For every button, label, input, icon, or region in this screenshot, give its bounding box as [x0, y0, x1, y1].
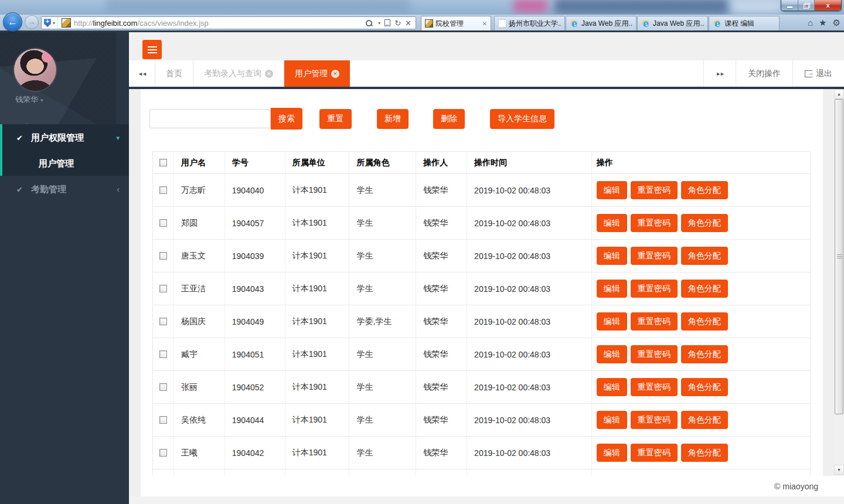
window-minimize-button[interactable] [781, 0, 798, 11]
reset-password-button[interactable]: 重置密码 [631, 378, 678, 396]
operator-cell: 钱荣华 [416, 305, 467, 338]
scroll-tabs-right-button[interactable]: ►► [703, 60, 736, 87]
edit-button[interactable]: 编辑 [597, 444, 627, 462]
search-button[interactable]: 搜索 [271, 108, 302, 130]
column-header: 学号 [225, 152, 285, 173]
edit-button[interactable]: 编辑 [597, 378, 627, 396]
student-id-cell: 1904052 [225, 371, 285, 403]
role-cell: 学生 [349, 404, 416, 436]
role-cell: 学生 [349, 437, 416, 469]
search-input[interactable] [149, 109, 271, 128]
delete-button[interactable]: 删除 [433, 109, 465, 129]
sidebar-item-label: 考勤管理 [31, 184, 117, 195]
reset-password-button[interactable]: 重置密码 [631, 280, 678, 298]
sidebar-item-user-management[interactable]: 用户管理 [2, 151, 129, 176]
scroll-tabs-left-button[interactable]: ◄◄ [129, 60, 155, 87]
scrollbar-thumb[interactable] [835, 99, 843, 414]
stop-icon[interactable]: ✕ [405, 19, 411, 27]
smartscreen-button[interactable]: ▾ [42, 17, 58, 29]
tab-attendance-entry-query[interactable]: 考勤录入与查询 ✕ [193, 60, 284, 87]
row-checkbox[interactable] [159, 350, 167, 358]
menu-toggle-button[interactable] [142, 40, 162, 59]
refresh-icon[interactable]: ↻ [394, 19, 401, 27]
browser-tab-4[interactable]: eJava Web 应用... [637, 16, 708, 30]
reset-password-button[interactable]: 重置密码 [631, 247, 678, 265]
assign-role-button[interactable]: 角色分配 [681, 378, 728, 396]
address-bar[interactable]: ▾ http://lingfeibit.com/cacs/views/index… [41, 16, 416, 29]
reset-password-button[interactable]: 重置密码 [631, 345, 678, 363]
tab-bar-spacer [350, 60, 703, 87]
user-name-cell: 吴依纯 [174, 404, 225, 436]
browser-tab-5[interactable]: e课程 编辑 [709, 16, 780, 30]
logout-label: 退出 [816, 69, 832, 79]
assign-role-button[interactable]: 角色分配 [681, 345, 728, 363]
assign-role-button[interactable]: 角色分配 [681, 444, 728, 462]
row-checkbox[interactable] [159, 219, 167, 227]
row-checkbox[interactable] [159, 285, 167, 292]
reset-password-button[interactable]: 重置密码 [631, 411, 678, 429]
edit-button[interactable]: 编辑 [597, 411, 627, 429]
close-operations-button[interactable]: 关闭操作 [736, 60, 792, 87]
assign-role-button[interactable]: 角色分配 [681, 280, 728, 298]
user-name-cell: 郑圆 [174, 207, 225, 239]
tab-close-icon[interactable]: ✕ [482, 21, 487, 27]
sidebar-item-user-permission-management[interactable]: ✔ 用户权限管理 ▾ [2, 124, 129, 151]
tab-close-icon[interactable]: ✕ [331, 70, 339, 78]
forward-button[interactable]: → [25, 15, 39, 29]
assign-role-button[interactable]: 角色分配 [681, 181, 728, 199]
browser-tab-1[interactable]: 院校管理✕ [421, 16, 491, 30]
row-checkbox[interactable] [159, 252, 167, 260]
vertical-scrollbar[interactable]: ▲ ▼ [834, 89, 844, 475]
edit-button[interactable]: 编辑 [597, 247, 627, 265]
browser-tab-label: 课程 编辑 [724, 19, 775, 29]
assign-role-button[interactable]: 角色分配 [681, 312, 728, 331]
settings-gear-icon[interactable]: ⚙ [833, 18, 840, 28]
add-button[interactable]: 新增 [377, 109, 409, 129]
select-all-checkbox[interactable] [159, 159, 167, 166]
window-restore-button[interactable] [798, 0, 815, 11]
home-icon[interactable]: ⌂ [808, 18, 813, 28]
compatibility-view-icon[interactable] [384, 19, 390, 26]
search-dropdown-icon[interactable]: ▾ [378, 21, 380, 26]
reset-password-button[interactable]: 重置密码 [631, 312, 678, 331]
scrollbar-up-arrow[interactable]: ▲ [834, 89, 844, 99]
row-checkbox[interactable] [159, 449, 167, 457]
browser-tab-2[interactable]: 扬州市职业大学... [494, 16, 565, 30]
reset-button[interactable]: 重置 [319, 109, 352, 129]
ie-browser-window: x ← → ▾ http://lingfeibit.com/cacs/views… [0, 0, 844, 504]
row-checkbox[interactable] [159, 186, 167, 194]
ie-favicon-icon: e [713, 19, 722, 28]
scrollbar-down-arrow[interactable]: ▼ [834, 465, 844, 475]
assign-role-button[interactable]: 角色分配 [681, 411, 728, 429]
tab-user-management[interactable]: 用户管理 ✕ [284, 60, 350, 87]
url-text[interactable]: http://lingfeibit.com/cacs/views/index.j… [74, 19, 362, 28]
assign-role-button[interactable]: 角色分配 [681, 214, 728, 232]
back-button[interactable]: ← [3, 12, 22, 32]
tab-close-icon[interactable]: ✕ [265, 70, 273, 78]
check-icon: ✔ [16, 134, 23, 142]
edit-button[interactable]: 编辑 [597, 181, 627, 199]
browser-tab-3[interactable]: eJava Web 应用... [566, 16, 637, 30]
assign-role-button[interactable]: 角色分配 [681, 247, 728, 265]
edit-button[interactable]: 编辑 [597, 214, 627, 232]
reset-password-button[interactable]: 重置密码 [631, 181, 678, 199]
favorites-star-icon[interactable]: ★ [819, 18, 826, 28]
window-close-button[interactable]: x [815, 0, 841, 11]
edit-button[interactable]: 编辑 [597, 345, 627, 363]
row-checkbox[interactable] [159, 383, 167, 391]
row-checkbox[interactable] [159, 416, 167, 424]
ie-favicon-icon: e [570, 19, 579, 28]
reset-password-button[interactable]: 重置密码 [631, 444, 678, 462]
edit-button[interactable]: 编辑 [597, 280, 627, 298]
student-id-cell: 1904044 [225, 404, 285, 436]
logout-button[interactable]: 退出 [792, 60, 844, 87]
user-menu[interactable]: 钱荣华▾ [15, 94, 43, 105]
reset-password-button[interactable]: 重置密码 [631, 214, 678, 232]
sidebar-item-attendance-management[interactable]: ✔ 考勤管理 ‹ [0, 176, 129, 203]
row-checkbox[interactable] [159, 318, 167, 325]
user-avatar[interactable] [14, 49, 56, 91]
edit-button[interactable]: 编辑 [597, 312, 627, 331]
tab-home[interactable]: 首页 [155, 60, 193, 87]
search-icon[interactable] [366, 20, 372, 26]
import-students-button[interactable]: 导入学生信息 [490, 109, 554, 129]
